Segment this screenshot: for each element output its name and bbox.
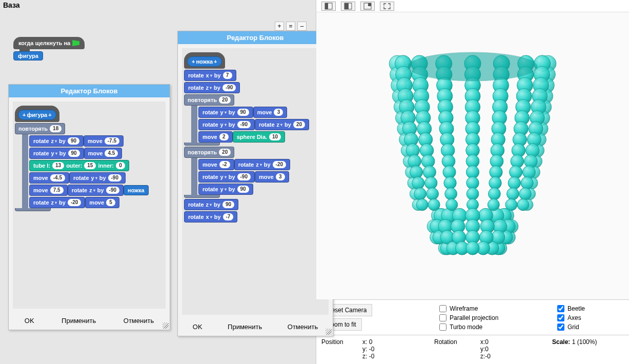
value-pill[interactable]: 7 xyxy=(223,72,232,79)
zoom-in-button[interactable]: + xyxy=(275,22,284,31)
value-pill[interactable]: 90 xyxy=(237,186,249,193)
move-block[interactable]: move -2 xyxy=(198,159,234,170)
zoom-reset-button[interactable]: = xyxy=(286,22,295,31)
value-pill[interactable]: 90 xyxy=(68,137,79,145)
resize-grip-icon[interactable] xyxy=(326,329,332,335)
value-pill[interactable]: -90 xyxy=(106,187,119,194)
proc-name-label[interactable]: +ножка+ xyxy=(187,56,222,67)
call-block[interactable]: ножка xyxy=(124,185,149,195)
value-pill[interactable]: -7 xyxy=(223,213,234,220)
move-block[interactable]: move 5 xyxy=(85,197,119,208)
axis-dropdown[interactable]: z xyxy=(51,138,57,144)
layout-2-button[interactable] xyxy=(341,2,355,11)
axis-dropdown[interactable]: x xyxy=(206,72,212,78)
rotate-block[interactable]: rotate x by 7 xyxy=(184,70,236,81)
cancel-button[interactable]: Отменить xyxy=(124,317,154,325)
value-pill[interactable]: 0 xyxy=(116,162,125,169)
value-pill[interactable]: 15 xyxy=(84,162,96,169)
cancel-button[interactable]: Отменить xyxy=(288,323,318,331)
value-pill[interactable]: -2 xyxy=(219,161,230,168)
repeat-block[interactable]: повторять 20 xyxy=(184,94,234,106)
3d-viewport[interactable] xyxy=(316,12,629,299)
axis-dropdown[interactable]: y xyxy=(91,175,97,181)
value-pill[interactable]: 18 xyxy=(50,125,62,132)
move-block[interactable]: move 3 xyxy=(255,171,289,183)
parallel-projection-checkbox[interactable]: Parallel projection xyxy=(439,313,552,322)
tube-block[interactable]: tube l: 13 outer: 15 inner: 0 xyxy=(29,160,129,171)
block-editor-dialog-1[interactable]: Редактор Блоков +фигура+ повторять 18 ro… xyxy=(8,84,170,330)
value-pill[interactable]: 5 xyxy=(106,199,115,206)
axis-dropdown[interactable]: y xyxy=(220,186,227,192)
rotate-block[interactable]: rotate y by 90 xyxy=(29,148,84,159)
axis-dropdown[interactable]: z xyxy=(51,199,57,206)
ok-button[interactable]: OK xyxy=(193,323,202,331)
axis-dropdown[interactable]: y xyxy=(220,122,227,128)
rotate-block[interactable]: rotate y by -90 xyxy=(198,119,255,130)
axis-dropdown[interactable]: y xyxy=(51,150,57,156)
proc-name-label[interactable]: +фигура+ xyxy=(18,110,56,120)
value-pill[interactable]: 4.5 xyxy=(105,150,118,157)
move-block[interactable]: move -4.5 xyxy=(29,172,69,184)
layout-3-button[interactable] xyxy=(360,2,375,11)
block-editor-dialog-2[interactable]: Редактор Блоков +ножка+rotate x by 7rota… xyxy=(177,31,333,336)
value-pill[interactable]: 3 xyxy=(276,173,285,180)
value-pill[interactable]: 90 xyxy=(237,109,249,116)
move-block[interactable]: move 3 xyxy=(253,107,288,118)
rotate-block[interactable]: rotate z by 20 xyxy=(255,119,309,130)
apply-button[interactable]: Применить xyxy=(228,323,262,331)
rotate-block[interactable]: rotate z by -90 xyxy=(68,185,124,196)
value-pill[interactable]: 20 xyxy=(293,121,305,128)
when-flag-clicked-block[interactable]: когда щелкнуть на xyxy=(13,37,85,49)
axis-dropdown[interactable]: x xyxy=(206,214,212,220)
repeat-block[interactable]: повторять 18 xyxy=(15,123,65,134)
rotate-block[interactable]: rotate z by 90 xyxy=(29,135,84,147)
axis-dropdown[interactable]: y xyxy=(220,174,227,180)
value-pill[interactable]: -90 xyxy=(222,84,236,91)
value-pill[interactable]: -4.5 xyxy=(50,174,65,181)
resize-grip-icon[interactable] xyxy=(163,322,169,329)
rotate-block[interactable]: rotate z by 90 xyxy=(184,199,238,210)
axis-dropdown[interactable]: z xyxy=(206,201,212,208)
value-pill[interactable]: -90 xyxy=(237,173,251,180)
rotate-block[interactable]: rotate z by -20 xyxy=(234,159,290,170)
value-pill[interactable]: 90 xyxy=(68,150,80,157)
sphere-block[interactable]: sphere Dia. 10 xyxy=(233,131,285,143)
move-block[interactable]: move -7.5 xyxy=(84,135,124,147)
turbo-mode-checkbox[interactable]: Turbo mode xyxy=(439,322,552,332)
move-block[interactable]: move 7.5 xyxy=(29,185,68,196)
axis-dropdown[interactable]: y xyxy=(220,109,227,115)
blocks-workspace[interactable]: + = – когда щелкнуть на фигура Редактор … xyxy=(5,12,311,359)
value-pill[interactable]: 10 xyxy=(269,133,281,140)
value-pill[interactable]: -90 xyxy=(237,121,251,128)
value-pill[interactable]: 20 xyxy=(219,96,231,104)
call-figura-block[interactable]: фигура xyxy=(13,51,43,60)
rotate-block[interactable]: rotate z by -90 xyxy=(184,82,240,93)
axis-dropdown[interactable]: z xyxy=(89,187,95,193)
value-pill[interactable]: 90 xyxy=(222,201,234,208)
define-hat[interactable]: +ножка+ xyxy=(184,52,225,69)
move-block[interactable]: move 4.5 xyxy=(84,148,123,159)
value-pill[interactable]: 13 xyxy=(52,162,64,169)
value-pill[interactable]: -20 xyxy=(68,199,81,206)
rotate-block[interactable]: rotate y by -90 xyxy=(198,171,255,183)
fullscreen-button[interactable] xyxy=(380,2,394,11)
move-block[interactable]: move 2 xyxy=(198,131,233,143)
value-pill[interactable]: -7.5 xyxy=(105,137,119,145)
rotate-block[interactable]: rotate y by 90 xyxy=(198,107,253,118)
axis-dropdown[interactable]: z xyxy=(256,161,262,168)
value-pill[interactable]: 2 xyxy=(219,133,229,140)
layout-1-button[interactable] xyxy=(321,2,336,11)
rotate-block[interactable]: rotate y by -90 xyxy=(69,172,126,184)
apply-button[interactable]: Применить xyxy=(62,317,96,325)
axes-checkbox[interactable]: Axes xyxy=(557,313,619,322)
ok-button[interactable]: OK xyxy=(25,317,34,325)
value-pill[interactable]: 3 xyxy=(274,109,283,116)
grid-checkbox[interactable]: Grid xyxy=(557,322,619,332)
axis-dropdown[interactable]: z xyxy=(206,85,212,91)
axis-dropdown[interactable]: z xyxy=(277,122,283,128)
define-hat[interactable]: +фигура+ xyxy=(15,106,59,122)
zoom-out-button[interactable]: – xyxy=(297,22,307,31)
value-pill[interactable]: -20 xyxy=(273,161,286,168)
wireframe-checkbox[interactable]: Wireframe xyxy=(439,304,552,313)
value-pill[interactable]: 7.5 xyxy=(50,187,64,194)
